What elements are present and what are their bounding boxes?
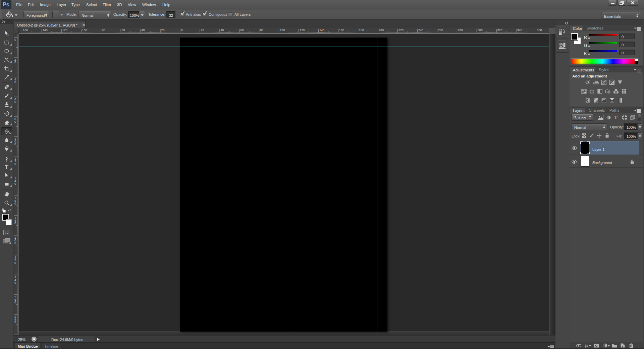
svg-text:100: 100 [82,28,87,32]
svg-text:60: 60 [122,28,125,32]
svg-text:360: 360 [537,28,542,32]
svg-text:0: 0 [14,120,16,123]
svg-text:280: 280 [458,28,463,32]
svg-text:0: 0 [14,100,16,104]
svg-text:0: 0 [14,61,16,64]
svg-text:0: 0 [14,301,16,304]
svg-text:200: 200 [379,28,384,32]
svg-text:0: 0 [14,142,16,146]
svg-text:40: 40 [220,28,224,32]
svg-text:0: 0 [14,162,16,166]
svg-text:0: 0 [14,321,16,324]
svg-text:0: 0 [14,182,16,185]
svg-text:20: 20 [161,28,165,32]
svg-text:0: 0 [14,261,16,265]
svg-text:0: 0 [14,222,16,225]
svg-text:0: 0 [181,28,183,32]
svg-text:240: 240 [418,28,423,32]
svg-text:20: 20 [201,28,204,32]
svg-text:40: 40 [142,28,145,32]
svg-text:80: 80 [260,28,263,32]
svg-text:80: 80 [102,28,105,32]
svg-text:320: 320 [497,28,502,32]
svg-text:260: 260 [438,28,443,32]
svg-text:0: 0 [14,80,16,84]
svg-text:160: 160 [23,28,28,32]
svg-text:0: 0 [14,241,16,245]
svg-text:160: 160 [339,28,344,32]
svg-text:220: 220 [398,28,404,32]
svg-text:0: 0 [14,202,16,205]
svg-text:340: 340 [517,28,522,32]
svg-text:120: 120 [62,28,67,32]
svg-text:60: 60 [240,28,244,32]
svg-text:0: 0 [14,38,16,42]
svg-text:140: 140 [319,28,324,32]
svg-text:140: 140 [43,28,48,32]
svg-text:0: 0 [14,281,16,284]
svg-text:120: 120 [300,28,305,32]
svg-text:300: 300 [478,28,483,32]
svg-text:180: 180 [359,28,364,32]
svg-text:100: 100 [280,28,285,32]
